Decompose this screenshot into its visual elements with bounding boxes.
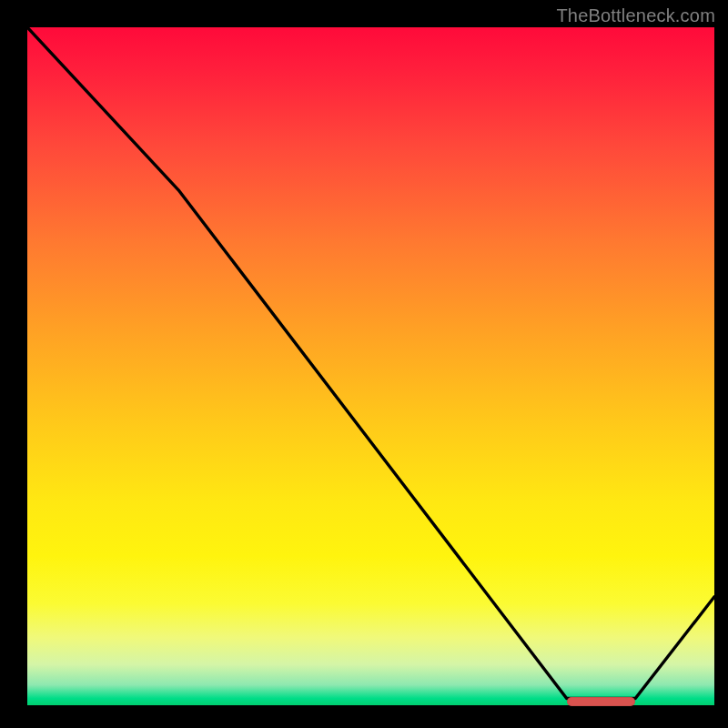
chart-container: TheBottleneck.com [0,0,728,728]
plot-area [27,27,714,705]
optimal-band-marker [567,697,636,706]
line-layer [27,27,714,705]
curve [27,27,714,699]
watermark-text: TheBottleneck.com [556,5,715,26]
